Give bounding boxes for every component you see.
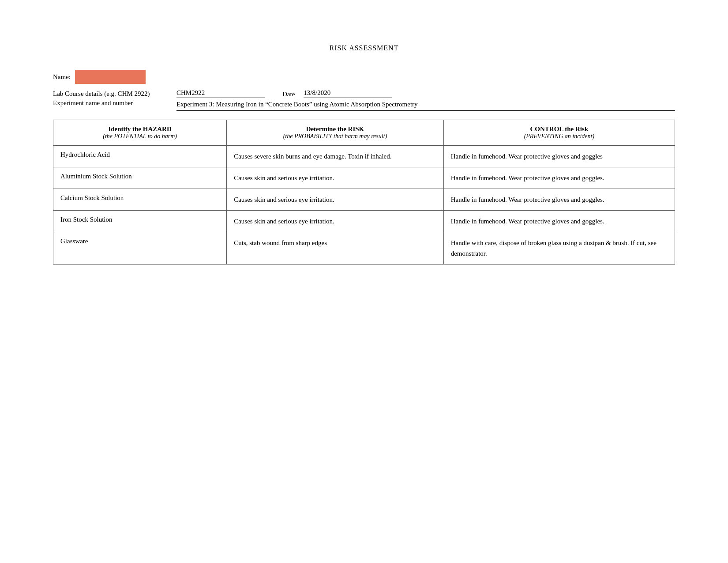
- course-row: Lab Course details (e.g. CHM 2922) CHM29…: [53, 89, 675, 98]
- table-row: Calcium Stock SolutionCauses skin and se…: [53, 189, 675, 210]
- hazard-cell-0: Hydrochloric Acid: [53, 145, 227, 167]
- control-cell-1: Handle in fumehood. Wear protective glov…: [443, 167, 675, 189]
- course-value-block: CHM2922 Date 13/8/2020: [176, 89, 675, 98]
- course-value: CHM2922: [176, 89, 265, 98]
- col-control-header-sub: (PREVENTING an incident): [451, 133, 668, 140]
- experiment-label: Experiment name and number: [53, 99, 176, 107]
- experiment-row: Experiment name and number Experiment 3:…: [53, 99, 675, 111]
- col-risk-header-sub: (the PROBABILITY that harm may result): [234, 133, 436, 140]
- hazard-cell-3: Iron Stock Solution: [53, 210, 227, 232]
- course-label: Lab Course details (e.g. CHM 2922): [53, 89, 176, 98]
- risk-cell-1: Causes skin and serious eye irritation.: [227, 167, 444, 189]
- col-hazard-header: Identify the HAZARD (the POTENTIAL to do…: [53, 120, 227, 145]
- hazard-cell-1: Aluminium Stock Solution: [53, 167, 227, 189]
- control-cell-0: Handle in fumehood. Wear protective glov…: [443, 145, 675, 167]
- control-cell-2: Handle in fumehood. Wear protective glov…: [443, 189, 675, 210]
- col-risk-header-main: Determine the RISK: [234, 125, 436, 133]
- table-row: Aluminium Stock SolutionCauses skin and …: [53, 167, 675, 189]
- date-value: 13/8/2020: [304, 89, 392, 98]
- risk-assessment-table: Identify the HAZARD (the POTENTIAL to do…: [53, 120, 675, 264]
- table-row: Iron Stock SolutionCauses skin and serio…: [53, 210, 675, 232]
- risk-cell-3: Causes skin and serious eye irritation.: [227, 210, 444, 232]
- name-label: Name:: [53, 73, 71, 81]
- page-title: RISK ASSESSMENT: [53, 44, 675, 52]
- experiment-value: Experiment 3: Measuring Iron in “Concret…: [176, 99, 675, 111]
- col-control-header: CONTROL the Risk (PREVENTING an incident…: [443, 120, 675, 145]
- control-cell-3: Handle in fumehood. Wear protective glov…: [443, 210, 675, 232]
- risk-cell-4: Cuts, stab wound from sharp edges: [227, 232, 444, 264]
- risk-cell-0: Causes severe skin burns and eye damage.…: [227, 145, 444, 167]
- col-hazard-header-sub: (the POTENTIAL to do harm): [60, 133, 219, 140]
- hazard-cell-4: Glassware: [53, 232, 227, 264]
- risk-cell-2: Causes skin and serious eye irritation.: [227, 189, 444, 210]
- table-row: GlasswareCuts, stab wound from sharp edg…: [53, 232, 675, 264]
- name-row: Name:: [53, 70, 675, 84]
- hazard-cell-2: Calcium Stock Solution: [53, 189, 227, 210]
- name-input-box[interactable]: [75, 70, 146, 84]
- date-label: Date: [282, 91, 295, 98]
- col-control-header-main: CONTROL the Risk: [451, 125, 668, 133]
- col-risk-header: Determine the RISK (the PROBABILITY that…: [227, 120, 444, 145]
- table-header-row: Identify the HAZARD (the POTENTIAL to do…: [53, 120, 675, 145]
- col-hazard-header-main: Identify the HAZARD: [60, 125, 219, 133]
- control-cell-4: Handle with care, dispose of broken glas…: [443, 232, 675, 264]
- table-row: Hydrochloric AcidCauses severe skin burn…: [53, 145, 675, 167]
